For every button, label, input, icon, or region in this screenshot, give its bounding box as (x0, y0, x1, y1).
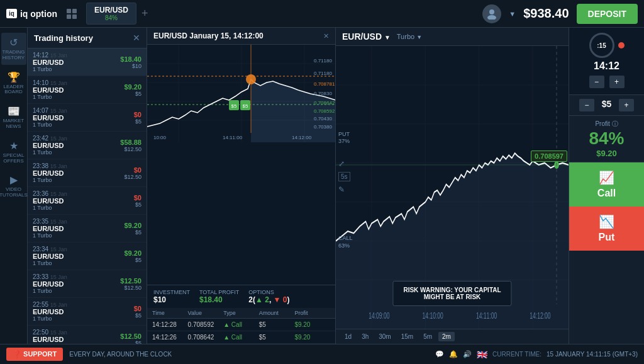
col-profit: Profit (294, 310, 330, 316)
trade-value: 0.708592 (188, 321, 224, 328)
tf-3h[interactable]: 3h (358, 332, 372, 341)
history-item[interactable]: 14:12 15 Jan EUR/USD 1 Turbo $18.40 $10 (28, 48, 147, 76)
history-item-amount: $5 (120, 340, 142, 344)
history-item-amount: $5 (134, 202, 142, 208)
tf-2m[interactable]: 2m (438, 332, 455, 341)
chart-detail-canvas: $5 $5 0.71180 0.71180 0.708781 0.70830 0… (147, 45, 335, 285)
history-item-time: 23:36 15 Jan (33, 190, 134, 197)
deposit-button[interactable]: DEPOSIT (577, 4, 638, 24)
put-button[interactable]: 📉 Put (569, 207, 644, 251)
history-item-pair: EUR/USD (33, 253, 124, 260)
history-list: 14:12 15 Jan EUR/USD 1 Turbo $18.40 $10 … (28, 48, 147, 344)
tf-15m[interactable]: 15m (397, 332, 417, 341)
history-item-amount: $5 (134, 312, 142, 319)
history-item[interactable]: 22:50 15 Jan EUR/USD 1 Turbo $12.50 $5 (28, 326, 147, 344)
history-item-time: 23:34 15 Jan (33, 246, 124, 253)
history-item[interactable]: 23:33 15 Jan EUR/USD 1 Turbo $12.50 $12.… (28, 270, 147, 298)
news-icon: 📰 (8, 105, 20, 117)
draw-tool[interactable]: ✎ (338, 185, 350, 194)
chart-summary: INVESTMENT $10 TOTAL PROFIT $18.40 OPTIO… (147, 285, 335, 308)
history-item-profit: $9.20 (124, 83, 142, 91)
history-item-type: 1 Turbo (33, 205, 134, 211)
sidebar-label-offers: SPECIALOFFERS (3, 153, 25, 164)
trade-type: ▲ Call (223, 321, 259, 328)
sidebar-item-trading-history[interactable]: ↺ TRADINGHISTORY (1, 33, 26, 65)
timer-plus-button[interactable]: + (609, 76, 625, 88)
history-item[interactable]: 23:42 15 Jan EUR/USD 1 Turbo $58.88 $12.… (28, 132, 147, 159)
history-item-pair: EUR/USD (33, 197, 134, 205)
history-item-amount: $12.50 (120, 146, 142, 152)
video-icon: ▶ (10, 174, 18, 186)
amount-minus-button[interactable]: − (579, 99, 594, 111)
history-item-right: $18.40 $10 (120, 55, 142, 69)
tf-1d[interactable]: 1d (341, 332, 355, 341)
trade-type: ▲ Call (223, 334, 259, 341)
timer-minus-button[interactable]: − (589, 76, 604, 88)
sidebar-item-market-news[interactable]: 📰 MARKETNEWS (1, 101, 26, 134)
history-item-profit: $58.88 (120, 139, 142, 146)
sidebar-item-video-tutorials[interactable]: ▶ VIDEOTUTORIALS (1, 170, 26, 202)
pair-type[interactable]: Turbo ▼ (397, 33, 422, 40)
history-item-time: 22:50 15 Jan (33, 329, 120, 336)
history-item-right: $0 $5 (134, 111, 142, 125)
sidebar-item-special-offers[interactable]: ★ SPECIALOFFERS (1, 136, 26, 168)
volume-icon[interactable]: 🔊 (463, 350, 472, 358)
svg-text:0.708781: 0.708781 (314, 81, 335, 87)
pair-name[interactable]: EUR/USD ▼ (342, 31, 391, 42)
chart-detail-close-button[interactable]: ✕ (323, 32, 329, 40)
history-item-left: 23:42 15 Jan EUR/USD 1 Turbo (33, 135, 120, 156)
tf-5m[interactable]: 5m (419, 332, 436, 341)
header-right: ▼ $938.40 DEPOSIT (482, 4, 638, 24)
history-item-pair: EUR/USD (33, 114, 134, 122)
trade-time: 14:12:26 (152, 334, 188, 341)
chat-icon[interactable]: 💬 (435, 350, 444, 358)
history-header: Trading history ✕ (28, 28, 147, 48)
svg-text:0.70380: 0.70380 (314, 124, 332, 130)
col-time: Time (152, 310, 188, 316)
history-item[interactable]: 14:10 15 Jan EUR/USD 1 Turbo $9.20 $5 (28, 76, 147, 104)
amount-value: $5 (602, 99, 612, 111)
timer-circle-value: :15 (597, 42, 606, 49)
history-icon: ↺ (9, 37, 18, 48)
trade-amount: $5 (259, 321, 295, 328)
history-item[interactable]: 23:38 15 Jan EUR/USD 1 Turbo $0 $12.50 (28, 159, 147, 187)
history-item[interactable]: 23:34 15 Jan EUR/USD 1 Turbo $9.20 $5 (28, 242, 147, 270)
history-item-right: $9.20 $5 (124, 83, 142, 97)
bottom-icons: 💬 🔔 🔊 🇬🇧 CURRENT TIME: 15 JANUARY 14:11:… (435, 350, 638, 360)
trade-row: 14:12:28 0.708592 ▲ Call $5 $9.20 (147, 319, 335, 331)
history-item[interactable]: 22:55 15 Jan EUR/USD 1 Turbo $0 $5 (28, 298, 147, 326)
svg-text:0.71180: 0.71180 (314, 58, 332, 64)
user-avatar[interactable] (482, 4, 501, 23)
timeframes: 1d 3h 30m 15m 5m 2m (336, 329, 569, 344)
svg-text:14:12:00: 14:12:00 (292, 135, 312, 140)
history-item-profit: $12.50 (120, 333, 142, 340)
call-percentage-label: CALL63% (338, 235, 353, 249)
svg-text:0.708592: 0.708592 (314, 108, 335, 114)
history-item[interactable]: 23:35 15 Jan EUR/USD 1 Turbo $9.20 $5 (28, 215, 147, 242)
timer-circle: :15 (589, 33, 614, 58)
amount-controls: − $5 + (574, 98, 639, 113)
support-button[interactable]: ❓ SUPPORT (6, 348, 63, 361)
add-tab-button[interactable]: + (142, 7, 148, 20)
history-item-pair: EUR/USD (33, 59, 120, 66)
amount-plus-button[interactable]: + (619, 99, 634, 111)
call-button[interactable]: 📈 Call (569, 162, 644, 207)
history-item[interactable]: 23:36 15 Jan EUR/USD 1 Turbo $0 $5 (28, 187, 147, 215)
svg-text:0.70430: 0.70430 (314, 116, 332, 122)
investment-summary: INVESTMENT $10 (153, 289, 190, 304)
svg-text:10:00: 10:00 (153, 135, 167, 140)
history-item-left: 22:55 15 Jan EUR/USD 1 Turbo (33, 301, 134, 322)
notification-icon[interactable]: 🔔 (449, 350, 458, 358)
chart-detail-panel: EUR/USD January 15, 14:12:00 ✕ (147, 28, 336, 344)
tf-30m[interactable]: 30m (375, 332, 394, 341)
history-close-button[interactable]: ✕ (133, 33, 140, 43)
history-item-type: 1 Turbo (33, 288, 120, 294)
asset-tab[interactable]: EUR/USD 84% (86, 3, 136, 25)
grid-icon[interactable] (67, 9, 77, 19)
expand-icon[interactable]: ⤢ (338, 159, 350, 168)
total-profit-value: $18.40 (199, 295, 223, 304)
history-item-pair: EUR/USD (33, 308, 134, 316)
history-item[interactable]: 14:07 15 Jan EUR/USD 1 Turbo $0 $5 (28, 104, 147, 132)
sidebar-item-leaderboard[interactable]: 🏆 LEADERBOARD (1, 67, 26, 100)
history-item-pair: EUR/USD (33, 225, 124, 232)
